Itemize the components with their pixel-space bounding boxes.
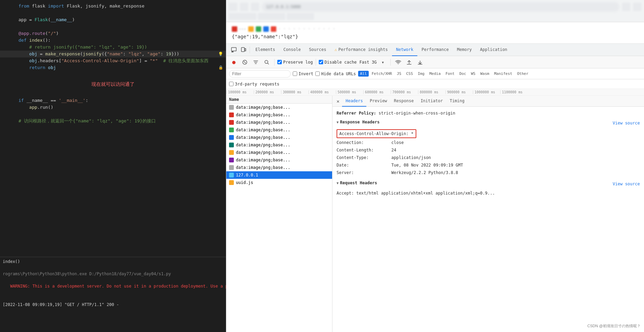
view-source-request[interactable]: View source [613,182,640,186]
filter-img[interactable]: Img [416,71,427,77]
request-item-4[interactable]: data:image/png;base... [226,134,332,141]
referrer-policy-row: Referrer Policy: strict-origin-when-cros… [337,109,640,117]
ruler-mark-7: 700000 ms [391,90,418,94]
terminal-line-get: [2022-11-08 09:09:19,19] "GET / HTTP/1.1… [3,302,223,308]
code-line-15 [0,111,226,118]
filter-js[interactable]: JS [395,71,403,77]
favicon-4 [229,135,234,140]
request-item-1[interactable]: data:image/png;base... [226,111,332,119]
preserve-log-label[interactable]: Preserve log [277,60,313,65]
disable-cache-label[interactable]: Disable cache [319,60,357,65]
filter-other[interactable]: Other [515,71,530,77]
terminal-line-1: index() [3,258,223,265]
browser-ext-btn[interactable] [633,3,641,11]
request-item-5[interactable]: data:image/png;base... [226,141,332,149]
search-button[interactable] [262,57,272,67]
wifi-icon[interactable] [393,57,403,67]
filter-manifest[interactable]: Manifest [492,71,514,77]
access-control-value: * [411,131,414,136]
throttle-dropdown-icon[interactable]: ▾ [378,57,388,67]
preserve-log-checkbox[interactable] [277,60,282,64]
browser-fwd-btn[interactable] [240,3,248,11]
filter-media[interactable]: Media [427,71,443,77]
device-toolbar-icon[interactable] [239,45,248,55]
request-headers-title[interactable]: ▼ Request Headers [337,181,377,185]
tab-performance[interactable]: Performance [417,44,453,56]
filter-input[interactable] [229,70,291,78]
filter-font[interactable]: Font [443,71,457,77]
favicon-6 [229,150,234,155]
filter-wasm[interactable]: Wasm [478,71,492,77]
detail-tab-timing[interactable]: Timing [446,96,468,107]
request-item-6[interactable]: data:image/png;base... [226,149,332,156]
favicon-1 [229,112,234,117]
third-party-row: 3rd-party requests [226,79,644,89]
ruler-mark-9: 900000 ms [445,90,473,94]
browser-menu-btn[interactable] [622,3,630,11]
devtools-tabs-bar: Elements Console Sources ⚠ Performance i… [226,44,644,56]
notice-text: 现在就可以访问通了 [0,78,226,90]
record-button[interactable]: ● [229,57,239,67]
tab-performance-insights[interactable]: ⚠ Performance insights [330,44,392,56]
third-party-checkbox[interactable] [229,82,233,86]
third-party-label[interactable]: 3rd-party requests [229,82,279,87]
filter-doc[interactable]: Doc [457,71,468,77]
upload-icon[interactable] [404,57,414,67]
request-item-8[interactable]: data:image/png;base... [226,164,332,171]
request-item-0[interactable]: data:image/png;base... [226,104,332,111]
detail-tab-headers[interactable]: Headers [342,96,366,107]
bookmark-icon-1 [232,26,237,32]
request-item-uuid[interactable]: uuid.js [226,179,332,186]
tab-memory[interactable]: Memory [453,44,476,56]
request-item-3[interactable]: data:image/png;base... [226,126,332,134]
bookmark-3 [287,13,314,20]
request-name-0: data:image/png;base... [236,105,329,110]
inspect-element-icon[interactable] [229,45,239,55]
browser-address-bar[interactable]: 127.0.0.1:5000 [262,2,619,12]
details-close-btn[interactable]: ✕ [334,97,342,105]
detail-tab-initiator[interactable]: Initiator [417,96,446,107]
invert-checkbox[interactable] [293,71,297,76]
request-name-3: data:image/png;base... [236,128,329,132]
invert-checkbox-label[interactable]: Invert [293,71,313,76]
request-item-7[interactable]: data:image/png;base... [226,156,332,164]
filter-fetch-xhr[interactable]: Fetch/XHR [369,71,394,77]
filter-all[interactable]: All [358,71,369,77]
hide-data-urls-label[interactable]: Hide data URLs [315,71,356,76]
server-value: Werkzeug/2.2.2 Python/3.8.8 [391,170,458,176]
download-icon[interactable] [415,57,425,67]
filter-button[interactable] [251,57,261,67]
tab-sources[interactable]: Sources [305,44,330,56]
terminal-line-blank2 [3,277,223,283]
svg-rect-1 [231,51,233,52]
favicon-2 [229,120,234,125]
browser-url-row: 127.0.0.1:5000 [229,2,641,12]
disable-cache-checkbox[interactable] [319,60,323,64]
details-content[interactable]: Referrer Policy: strict-origin-when-cros… [332,107,644,332]
detail-tab-preview[interactable]: Preview [366,96,391,107]
code-line-8: obj = make_response(jsonify({"name": "lq… [0,51,226,57]
detail-tab-response[interactable]: Response [391,96,417,107]
request-item-127001[interactable]: 127.0.0.1 [226,171,332,179]
browser-refresh-btn[interactable] [251,3,259,11]
svg-rect-2 [241,48,244,52]
filter-ws[interactable]: WS [469,71,478,77]
hide-data-urls-checkbox[interactable] [315,71,320,76]
clear-button[interactable] [240,57,250,67]
tab-network[interactable]: Network [392,44,418,56]
header-row-content-type: Content-Type: application/json [337,154,640,161]
tab-console[interactable]: Console [279,44,305,56]
browser-back-btn[interactable] [229,3,237,11]
tab-elements[interactable]: Elements [251,44,279,56]
response-headers-title[interactable]: ▼ Response Headers [337,120,380,124]
code-line-9: obj.headers["Access-Control-Allow-Origin… [0,57,226,64]
tab-application[interactable]: Application [476,44,511,56]
filter-css[interactable]: CSS [404,71,415,77]
view-source-response[interactable]: View source [613,121,640,125]
request-item-2[interactable]: data:image/png;base... [226,119,332,126]
request-name-6: data:image/png;base... [236,150,329,155]
access-control-name: Access-Control-Allow-Origin: [339,131,411,136]
requests-list[interactable]: data:image/png;base... data:image/png;ba… [226,104,332,332]
code-line-4 [0,23,226,30]
ruler-mark-10: 1000000 ms [473,90,500,94]
